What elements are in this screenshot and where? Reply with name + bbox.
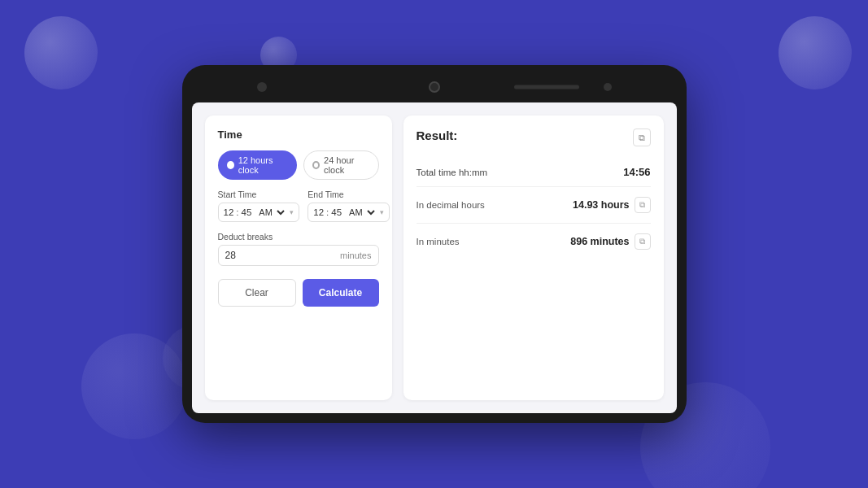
end-hour-value: 12 <box>313 207 324 217</box>
decimal-label: In decimal hours <box>417 200 485 210</box>
radio-12h-icon <box>227 161 234 169</box>
total-value: 14:56 <box>623 166 650 178</box>
start-time-box: 12 : 45 AM PM ▾ <box>218 203 300 222</box>
total-label: Total time hh:mm <box>417 168 488 177</box>
decimal-value-group: 14.93 hours ⧉ <box>573 197 650 213</box>
result-row-minutes: In minutes 896 minutes ⧉ <box>417 224 651 259</box>
right-panel: Result: ⧉ Total time hh:mm 14:56 In deci… <box>403 115 664 400</box>
bg-orb-4 <box>81 333 187 439</box>
toggle-24h[interactable]: 24 hour clock <box>303 150 379 180</box>
start-hour-value: 12 <box>224 207 234 217</box>
end-chevron-icon: ▾ <box>380 208 384 216</box>
decimal-value: 14.93 hours <box>573 199 629 211</box>
start-time-label: Start Time <box>218 190 300 199</box>
time-inputs-row: Start Time 12 : 45 AM PM ▾ End Time <box>218 190 379 222</box>
clock-toggle-group: 12 hours clock 24 hour clock <box>218 150 379 180</box>
camera-left-icon <box>257 82 267 92</box>
start-chevron-icon: ▾ <box>290 208 294 216</box>
minutes-value: 896 minutes <box>570 236 629 247</box>
action-buttons-row: Clear Calculate <box>218 279 379 307</box>
end-time-box: 12 : 45 AM PM ▾ <box>308 203 390 222</box>
start-ampm-select[interactable]: AM PM <box>254 207 287 218</box>
copy-all-button[interactable]: ⧉ <box>633 129 651 146</box>
deduct-breaks-group: Deduct breaks minutes <box>218 232 379 266</box>
bg-orb-3 <box>779 16 852 89</box>
tablet-top-bar <box>192 75 677 99</box>
end-ampm-select[interactable]: AM PM <box>344 207 377 218</box>
start-time-group: Start Time 12 : 45 AM PM ▾ <box>218 190 300 222</box>
toggle-12h[interactable]: 12 hours clock <box>218 150 297 180</box>
end-colon: : <box>326 207 329 217</box>
calculate-button[interactable]: Calculate <box>303 279 379 307</box>
result-row-decimal: In decimal hours 14.93 hours ⧉ <box>417 187 651 224</box>
minutes-label: In minutes <box>417 237 460 246</box>
minutes-value-group: 896 minutes ⧉ <box>570 233 650 250</box>
radio-24h-icon <box>312 161 320 169</box>
end-time-label: End Time <box>308 190 390 199</box>
result-header: Result: ⧉ <box>417 129 651 146</box>
tablet-screen: Time 12 hours clock 24 hour clock Start … <box>192 102 677 413</box>
speaker-bar-icon <box>514 85 579 89</box>
deduct-input-wrap: minutes <box>218 245 379 266</box>
minutes-unit-label: minutes <box>340 251 372 260</box>
deduct-label: Deduct breaks <box>218 232 379 242</box>
result-title: Result: <box>417 129 458 142</box>
camera-center-icon <box>429 81 440 93</box>
start-colon: : <box>236 207 238 217</box>
end-minutes-value: 45 <box>331 207 342 217</box>
left-panel: Time 12 hours clock 24 hour clock Start … <box>205 115 392 400</box>
deduct-input[interactable] <box>225 250 340 261</box>
toggle-12h-label: 12 hours clock <box>238 155 288 175</box>
panel-title: Time <box>218 129 379 141</box>
end-time-group: End Time 12 : 45 AM PM ▾ <box>308 190 390 222</box>
camera-right-icon <box>604 83 612 91</box>
result-row-total: Total time hh:mm 14:56 <box>417 158 651 187</box>
toggle-24h-label: 24 hour clock <box>324 155 369 175</box>
clear-button[interactable]: Clear <box>218 279 296 307</box>
copy-minutes-button[interactable]: ⧉ <box>635 233 651 250</box>
bg-orb-1 <box>24 16 98 89</box>
start-minutes-value: 45 <box>242 207 252 217</box>
copy-decimal-button[interactable]: ⧉ <box>635 197 651 213</box>
tablet-device: Time 12 hours clock 24 hour clock Start … <box>182 65 687 423</box>
